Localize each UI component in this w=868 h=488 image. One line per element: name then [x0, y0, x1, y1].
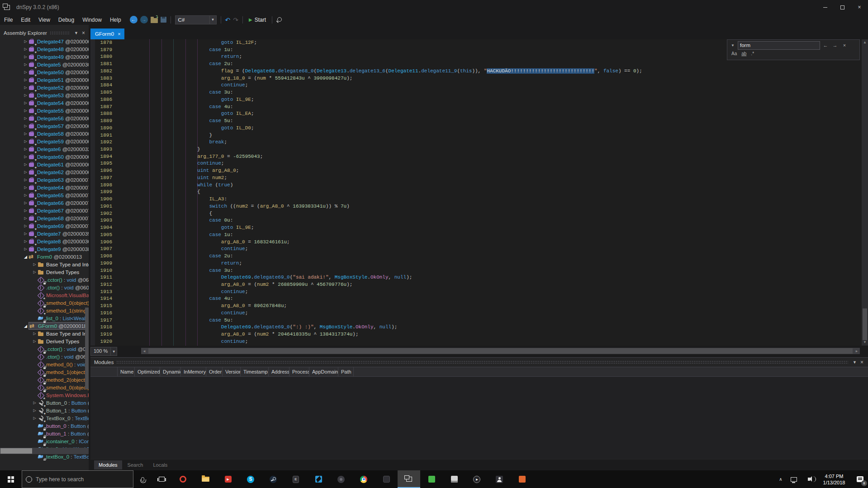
tree-vertical-scrollbar-thumb[interactable] [85, 308, 89, 389]
code-line[interactable]: 1886 goto IL_9E; [90, 96, 868, 104]
expand-arrow-icon[interactable]: ▷ [32, 262, 38, 266]
scroll-down-icon[interactable]: ▼ [862, 339, 868, 346]
expand-arrow-icon[interactable]: ▷ [32, 416, 38, 420]
taskbar-app-personapp[interactable] [488, 470, 511, 488]
code-line[interactable]: 1882 flag = (Delegate68.delegate68_0(Del… [90, 68, 868, 75]
taskbar-app-darkapp2[interactable] [375, 470, 398, 488]
find-next-icon[interactable]: → [831, 41, 839, 50]
tree-item[interactable]: smethod_0(object) : void [0, 299, 89, 307]
code-line[interactable]: 1904 goto IL_9E; [90, 224, 868, 232]
chevron-down-icon[interactable]: ▼ [209, 16, 216, 24]
menu-file[interactable]: File [0, 15, 17, 24]
match-case-button[interactable]: Aa [730, 51, 738, 57]
close-button[interactable]: × [851, 0, 868, 14]
find-options-chevron-icon[interactable]: ▼ [729, 43, 736, 47]
tree-item[interactable]: .ctor() : void @06000000 [0, 353, 89, 360]
tree-item[interactable]: icontainer_0 : IContainer [0, 437, 89, 445]
scroll-left-icon[interactable]: ◂ [141, 348, 147, 354]
tree-item[interactable]: ▷♥Delegate56 @02000069 [0, 114, 89, 122]
code-line[interactable]: 1913 continue; [90, 289, 868, 296]
expand-arrow-icon[interactable]: ▷ [32, 401, 38, 405]
scrollbar-thumb[interactable] [0, 448, 32, 454]
menu-edit[interactable]: Edit [17, 15, 34, 24]
tree-item[interactable]: button_0 : Button @ [0, 422, 89, 430]
tree-item[interactable]: ▷♥Delegate64 @02000071 [0, 184, 89, 191]
tree-item[interactable]: ▷♥Delegate8 @02000036 [0, 237, 89, 245]
tree-item[interactable]: ▷♥Delegate47 @02000060 [0, 38, 89, 45]
column-header-path[interactable]: Path [338, 367, 354, 376]
tree-item[interactable]: ▷♥Delegate53 @02000066 [0, 91, 89, 99]
tab-gform0[interactable]: GForm0 × [90, 28, 124, 39]
expand-arrow-icon[interactable]: ▷ [23, 201, 28, 205]
expand-arrow-icon[interactable]: ▷ [23, 185, 28, 190]
code-line[interactable]: 1888 goto IL_EA; [90, 110, 868, 118]
tree-item[interactable]: .cctor() : void @06000000 [0, 276, 89, 284]
tree-item[interactable]: ▷♥Delegate51 @02000064 [0, 76, 89, 84]
tray-overflow-chevron-icon[interactable]: ∧ [775, 470, 787, 488]
code-line[interactable]: 1895 continue; [90, 160, 868, 167]
taskbar-app-skype[interactable] [239, 470, 262, 488]
code-line[interactable]: 1906 arg_A8_0 = 1683246161u; [90, 239, 868, 246]
code-line[interactable]: 1885 case 3u: [90, 89, 868, 96]
expand-arrow-icon[interactable]: ▷ [23, 93, 28, 97]
tool-tab-modules[interactable]: Modules [94, 460, 122, 469]
tree-selected-item[interactable]: GForm0 @0200001B [28, 322, 89, 330]
tree-item[interactable]: ▷♥Delegate69 @02000076 [0, 222, 89, 230]
code-line[interactable]: 1891 } [90, 132, 868, 139]
search-icon[interactable] [276, 17, 283, 23]
code-line[interactable]: 1892 break; [90, 139, 868, 146]
tree-item[interactable]: ▷♥TextBox_0 : TextBox ( [0, 414, 89, 422]
menu-view[interactable]: View [34, 15, 54, 24]
code-line[interactable]: 1881 case 2u: [90, 61, 868, 68]
navigate-back-icon[interactable]: ← [130, 16, 138, 24]
column-header-name[interactable]: Name [118, 367, 135, 376]
expand-arrow-icon[interactable]: ▷ [23, 101, 28, 105]
code-line[interactable]: 1883 arg_18_0 = (num * 559412843u ^ 3909… [90, 75, 868, 82]
find-close-icon[interactable]: × [840, 41, 849, 50]
tree-item[interactable]: ▷♥Delegate5 @02000030 [0, 61, 89, 68]
start-menu-button[interactable] [0, 470, 22, 488]
code-line[interactable]: 1907 continue; [90, 246, 868, 253]
expand-arrow-icon[interactable]: ▷ [23, 232, 28, 236]
expand-arrow-icon[interactable]: ▷ [23, 132, 28, 136]
column-header-timestamp[interactable]: Timestamp [241, 367, 269, 376]
tree-item[interactable]: ▷♥Delegate63 @02000070 [0, 176, 89, 184]
code-line[interactable]: 1899 { [90, 189, 868, 196]
tree-item[interactable]: ▷♥Delegate60 @0200006D [0, 153, 89, 161]
tree-item[interactable]: ▷♥Delegate7 @02000035 [0, 230, 89, 237]
column-header-version[interactable]: Version [223, 367, 241, 376]
expand-arrow-icon[interactable]: ▷ [23, 124, 28, 128]
tree-item[interactable]: ▷♥Delegate9 @02000038 [0, 245, 89, 253]
chevron-down-icon[interactable]: ▼ [110, 347, 117, 355]
find-input[interactable] [738, 41, 820, 50]
expand-arrow-icon[interactable]: ▷ [23, 247, 28, 251]
code-line[interactable]: 1894 arg_177_0 = -62595043; [90, 153, 868, 161]
tree-item[interactable]: ★Microsoft.VisualBasic.CompilerServices [0, 291, 89, 299]
expand-arrow-icon[interactable]: ▷ [23, 193, 28, 197]
tree-item[interactable]: ▷♥Delegate61 @0200006E [0, 161, 89, 168]
tree-item[interactable]: ▷♥Delegate65 @02000072 [0, 191, 89, 199]
code-line[interactable]: 1911 Delegate69.delegate69_0("sai adaki!… [90, 274, 868, 281]
scroll-right-icon[interactable]: ▸ [854, 348, 860, 354]
taskbar-app-orangeapp[interactable] [511, 470, 533, 488]
tree-item[interactable]: ▷♥Delegate66 @02000073 [0, 199, 89, 207]
tree-horizontal-scrollbar[interactable] [0, 448, 89, 454]
taskbar-app-chrome[interactable] [352, 470, 375, 488]
expand-arrow-icon[interactable]: ▷ [23, 39, 28, 43]
code-line[interactable]: 1917 case 5u: [90, 317, 868, 324]
panel-close-icon[interactable]: × [859, 359, 865, 365]
expand-arrow-icon[interactable]: ▷ [23, 147, 28, 151]
tree-item[interactable]: method_1(object, EventArgs) : void [0, 368, 89, 376]
code-line[interactable]: 1918 Delegate69.delegate69_0(":) :)", Ms… [90, 324, 868, 331]
taskbar-app-redapp[interactable] [217, 470, 239, 488]
language-combobox[interactable]: C# ▼ [175, 15, 217, 24]
tree-item[interactable]: ▷♥Delegate55 @02000068 [0, 107, 89, 114]
column-header-appdomain[interactable]: AppDomain [309, 367, 338, 376]
expand-arrow-icon[interactable]: ▷ [23, 139, 28, 143]
code-line[interactable]: 1902 { [90, 210, 868, 218]
code-line[interactable]: 1908 case 2u: [90, 253, 868, 260]
code-line[interactable]: 1903 case 0u: [90, 217, 868, 224]
taskbar-app-greenapp[interactable] [420, 470, 443, 488]
expand-arrow-icon[interactable]: ▷ [23, 170, 28, 174]
menu-help[interactable]: Help [106, 15, 125, 24]
